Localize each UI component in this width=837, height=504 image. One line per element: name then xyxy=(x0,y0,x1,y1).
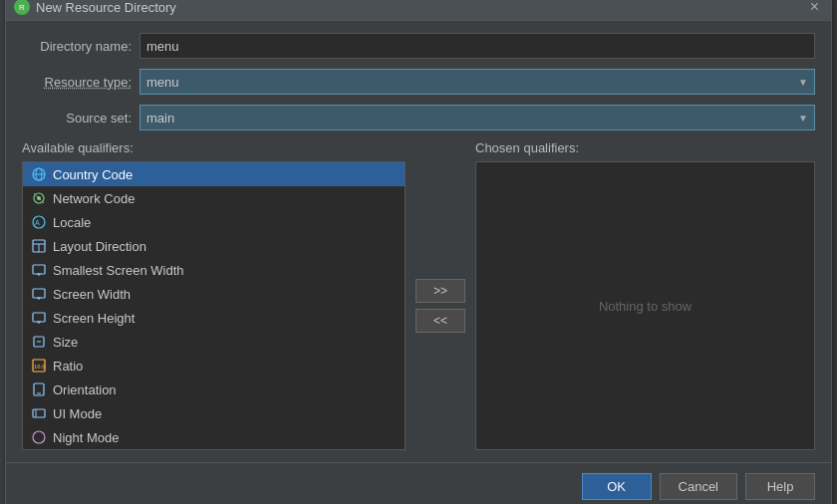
available-qualifiers-label: Available qualifiers: xyxy=(22,140,134,155)
screen-icon xyxy=(31,262,47,278)
qualifiers-section: Available qualifiers: Chosen qualifiers:… xyxy=(22,140,815,450)
globe-icon xyxy=(31,166,47,182)
resource-type-value: menu xyxy=(146,75,179,90)
list-item-orientation[interactable]: Orientation xyxy=(23,378,405,401)
available-qualifiers-header: Available qualifiers: xyxy=(22,140,406,155)
svg-point-30 xyxy=(33,431,45,443)
list-item-label-ui-mode: UI Mode xyxy=(53,406,102,421)
list-item-label-locale: Locale xyxy=(53,215,91,230)
dialog-icon: R xyxy=(14,0,30,15)
title-bar: R New Resource Directory × xyxy=(6,0,831,21)
resource-type-label: Resource type: xyxy=(22,75,132,90)
resource-type-row: Resource type: menu ▼ xyxy=(22,69,815,95)
svg-text:A: A xyxy=(35,219,40,226)
source-set-value: main xyxy=(146,111,174,126)
ok-button[interactable]: OK xyxy=(582,473,652,500)
source-set-row: Source set: main ▼ xyxy=(22,105,815,130)
close-button[interactable]: × xyxy=(806,0,823,15)
header-gap xyxy=(406,140,475,155)
night-icon xyxy=(31,429,47,445)
chosen-qualifiers-panel: Nothing to show xyxy=(475,161,815,450)
chosen-qualifiers-header: Chosen qualifiers: xyxy=(475,140,815,155)
qualifiers-header: Available qualifiers: Chosen qualifiers: xyxy=(22,140,815,155)
svg-text:R: R xyxy=(19,3,25,12)
list-item-screen-width[interactable]: Screen Width xyxy=(23,282,405,306)
list-item-label-network-code: Network Code xyxy=(53,191,135,206)
layout-icon xyxy=(31,238,47,254)
svg-rect-19 xyxy=(33,313,45,322)
directory-name-row: Directory name: xyxy=(22,33,815,59)
transfer-forward-button[interactable]: >> xyxy=(416,279,465,303)
network-icon xyxy=(31,190,47,206)
directory-name-input[interactable] xyxy=(140,33,815,59)
list-item-ratio[interactable]: 16:9Ratio xyxy=(23,354,405,378)
source-set-arrow-icon: ▼ xyxy=(798,113,808,124)
directory-name-label: Directory name: xyxy=(22,39,132,54)
list-item-smallest-screen-width[interactable]: Smallest Screen Width xyxy=(23,258,405,282)
list-item-locale[interactable]: ALocale xyxy=(23,210,405,234)
resource-type-arrow-icon: ▼ xyxy=(798,77,808,88)
new-resource-directory-dialog: R New Resource Directory × Directory nam… xyxy=(5,0,832,504)
svg-rect-16 xyxy=(33,289,45,298)
qualifiers-main: Country CodeNetwork CodeALocaleLayout Di… xyxy=(22,161,815,450)
list-item-label-smallest-screen-width: Smallest Screen Width xyxy=(53,263,184,278)
screen-icon xyxy=(31,286,47,302)
chosen-qualifiers-label: Chosen qualifiers: xyxy=(475,140,579,155)
list-item-label-ratio: Ratio xyxy=(53,359,83,374)
help-button[interactable]: Help xyxy=(745,473,815,500)
list-item-network-code[interactable]: Network Code xyxy=(23,186,405,210)
svg-rect-28 xyxy=(33,409,45,417)
list-item-country-code[interactable]: Country Code xyxy=(23,162,405,186)
list-item-ui-mode[interactable]: UI Mode xyxy=(23,401,405,425)
list-item-night-mode[interactable]: Night Mode xyxy=(23,425,405,449)
dialog-title: New Resource Directory xyxy=(36,0,176,15)
title-bar-left: R New Resource Directory xyxy=(14,0,176,15)
svg-rect-13 xyxy=(33,265,45,274)
list-item-size[interactable]: Size xyxy=(23,330,405,354)
list-item-label-screen-width: Screen Width xyxy=(53,287,131,302)
resource-type-select[interactable]: menu ▼ xyxy=(140,69,815,95)
source-set-select[interactable]: main ▼ xyxy=(140,105,815,130)
orientation-icon xyxy=(31,381,47,397)
list-item-screen-height[interactable]: Screen Height xyxy=(23,306,405,330)
list-item-layout-direction[interactable]: Layout Direction xyxy=(23,234,405,258)
list-item-label-screen-height: Screen Height xyxy=(53,311,135,326)
nothing-to-show-text: Nothing to show xyxy=(599,299,692,314)
list-item-label-size: Size xyxy=(53,335,78,350)
list-item-label-country-code: Country Code xyxy=(53,167,133,182)
transfer-buttons: >> << xyxy=(406,161,475,450)
cancel-button[interactable]: Cancel xyxy=(660,473,737,500)
locale-icon: A xyxy=(31,214,47,230)
dialog-content: Directory name: Resource type: menu ▼ So… xyxy=(6,21,831,462)
transfer-back-button[interactable]: << xyxy=(416,309,465,333)
list-item-label-layout-direction: Layout Direction xyxy=(53,239,146,254)
list-item-label-night-mode: Night Mode xyxy=(53,430,119,445)
uimode-icon xyxy=(31,405,47,421)
svg-text:16:9: 16:9 xyxy=(34,364,46,370)
source-set-label: Source set: xyxy=(22,111,132,126)
screen-icon xyxy=(31,310,47,326)
size-icon xyxy=(31,334,47,350)
dialog-footer: OK Cancel Help xyxy=(6,462,831,504)
ratio-icon: 16:9 xyxy=(31,358,47,374)
available-qualifiers-list[interactable]: Country CodeNetwork CodeALocaleLayout Di… xyxy=(22,161,406,450)
list-item-label-orientation: Orientation xyxy=(53,382,117,397)
